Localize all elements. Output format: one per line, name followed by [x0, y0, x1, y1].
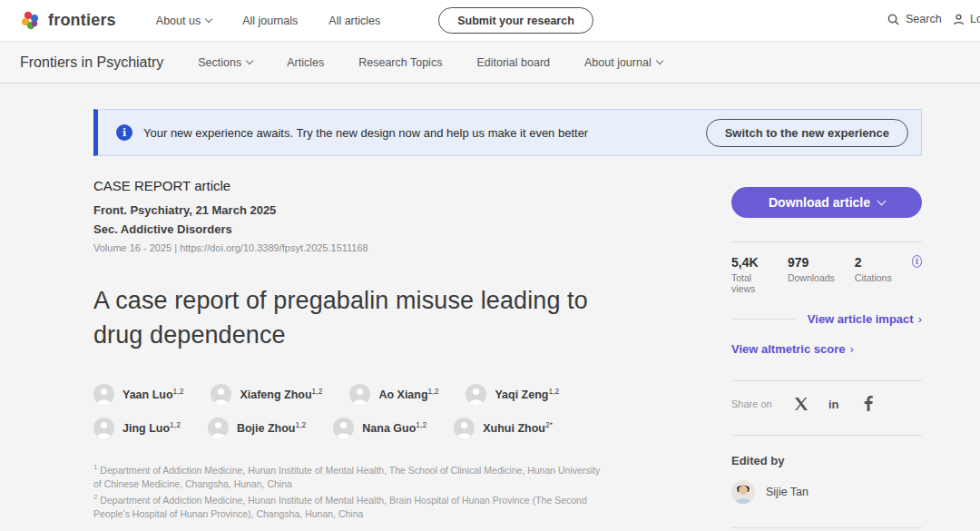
info-icon: i: [116, 124, 132, 141]
share-facebook-icon[interactable]: [864, 396, 873, 411]
metrics-info-icon[interactable]: i: [912, 255, 922, 268]
author-avatar-icon: [211, 384, 231, 405]
chevron-right-icon: ›: [918, 312, 922, 326]
author-avatar-icon: [349, 384, 370, 405]
article-title: A case report of pregabalin misuse leadi…: [93, 284, 602, 353]
metric-total-views: 5,4K Total views: [731, 255, 768, 294]
article-sidebar: Download article 5,4K Total views 979 Do…: [731, 178, 922, 531]
article-metrics: 5,4K Total views 979 Downloads 2 Citatio…: [731, 255, 922, 294]
switch-experience-button[interactable]: Switch to the new experience: [706, 119, 908, 147]
author[interactable]: Yaan Luo1,2: [93, 384, 183, 405]
article-header: CASE REPORT article Front. Psychiatry, 2…: [93, 178, 638, 531]
topnav-links: About us All journals All articles Submi…: [156, 7, 593, 34]
svg-text:in: in: [828, 398, 839, 411]
nav-research-topics[interactable]: Research Topics: [358, 56, 442, 69]
author[interactable]: Xiafeng Zhou1,2: [211, 384, 322, 405]
share-label: Share on: [731, 398, 772, 409]
article-section: Sec. Addictive Disorders: [93, 222, 638, 236]
affiliation-list: 1 Department of Addiction Medicine, Huna…: [93, 462, 602, 522]
nav-editorial-board[interactable]: Editorial board: [476, 56, 550, 69]
editor-row[interactable]: Sijie Tan: [731, 480, 922, 504]
author-avatar-icon: [333, 418, 354, 438]
chevron-down-icon: [205, 15, 212, 23]
affiliation: 2 Department of Addiction Medicine, Huna…: [93, 492, 602, 522]
share-x-twitter-icon[interactable]: [794, 397, 808, 411]
login-button[interactable]: Login: [953, 13, 980, 25]
author[interactable]: Ao Xiang1,2: [349, 384, 438, 405]
author[interactable]: Nana Guo1,2: [333, 418, 426, 438]
chevron-down-icon: [877, 197, 887, 206]
author-avatar-icon: [454, 418, 475, 438]
divider: [731, 380, 922, 381]
brand-name: frontiers: [48, 11, 116, 30]
download-article-button[interactable]: Download article: [731, 187, 922, 218]
journal-title[interactable]: Frontiers in Psychiatry: [20, 54, 163, 71]
divider: [731, 527, 922, 528]
divider: [731, 241, 922, 242]
chevron-down-icon: [655, 57, 662, 64]
nav-about-us[interactable]: About us: [156, 15, 211, 27]
editor-name: Sijie Tan: [766, 486, 808, 498]
share-linkedin-icon[interactable]: in: [828, 397, 844, 411]
divider: [731, 435, 922, 436]
page-content: i Your new experience awaits. Try the ne…: [93, 84, 922, 531]
author-avatar-icon: [93, 418, 114, 438]
top-navigation: frontiers About us All journals All arti…: [0, 0, 980, 42]
search-button[interactable]: Search: [887, 13, 942, 25]
article-type-label: CASE REPORT article: [93, 178, 638, 193]
metric-citations: 2 Citations: [855, 255, 892, 283]
view-article-impact-row: View article impact›: [731, 312, 922, 326]
banner-message: Your new experience awaits. Try the new …: [143, 126, 588, 140]
nav-about-journal[interactable]: About journal: [584, 56, 662, 69]
chevron-down-icon: [246, 57, 253, 64]
chevron-right-icon: ›: [850, 342, 854, 356]
author-avatar-icon: [93, 384, 114, 405]
user-icon: [953, 14, 965, 25]
affiliation: 1 Department of Addiction Medicine, Huna…: [93, 462, 602, 492]
view-altmetric-row: View altmetric score›: [731, 340, 922, 357]
metric-downloads: 979 Downloads: [788, 255, 835, 283]
article-volume-doi[interactable]: Volume 16 - 2025 | https://doi.org/10.33…: [93, 242, 638, 253]
article-citation: Front. Psychiatry, 21 March 2025: [93, 203, 638, 217]
editor-avatar: [731, 480, 755, 504]
search-icon: [887, 14, 899, 25]
view-article-impact-link[interactable]: View article impact›: [808, 312, 922, 326]
nav-sections[interactable]: Sections: [198, 56, 252, 69]
nav-all-journals[interactable]: All journals: [242, 15, 298, 27]
author[interactable]: Jing Luo1,2: [93, 418, 181, 438]
author[interactable]: Xuhui Zhou2*: [454, 418, 553, 438]
edited-by-heading: Edited by: [731, 454, 922, 467]
author-list: Yaan Luo1,2 Xiafeng Zhou1,2 Ao Xiang1,2 …: [93, 384, 620, 438]
nav-all-articles[interactable]: All articles: [328, 15, 380, 27]
submit-research-button[interactable]: Submit your research: [438, 7, 593, 34]
author[interactable]: Bojie Zhou1,2: [208, 418, 306, 438]
journal-navigation: Frontiers in Psychiatry Sections Article…: [0, 42, 980, 84]
author-avatar-icon: [466, 384, 486, 405]
frontiers-logo[interactable]: frontiers: [20, 10, 116, 32]
nav-articles[interactable]: Articles: [287, 56, 324, 69]
author-avatar-icon: [208, 418, 229, 438]
frontiers-logo-icon: [20, 10, 42, 32]
author[interactable]: Yaqi Zeng1,2: [466, 384, 559, 405]
new-experience-banner: i Your new experience awaits. Try the ne…: [93, 109, 922, 156]
divider: [731, 319, 797, 320]
view-altmetric-score-link[interactable]: View altmetric score›: [731, 342, 854, 356]
share-row: Share on in: [731, 396, 922, 411]
